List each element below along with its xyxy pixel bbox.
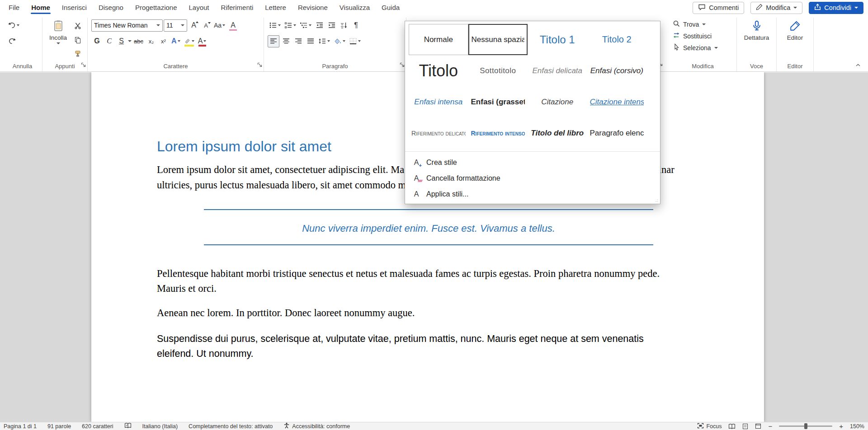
shrink-font-button[interactable]: A [200,19,212,32]
zoom-slider-thumb[interactable] [804,423,807,429]
create-style-menu-item[interactable]: A Crea stile [405,154,660,170]
word-count[interactable]: 91 parole [47,423,71,430]
shading-button[interactable] [332,35,347,47]
style-riferimento-delicato[interactable]: Riferimento delicato [409,117,468,149]
highlight-color-button[interactable] [183,35,196,47]
accessibility-person-icon [283,422,290,430]
style-titolo-1[interactable]: Titolo 1 [528,24,587,55]
align-center-button[interactable] [280,35,292,47]
align-right-button[interactable] [292,35,304,47]
style-titolo[interactable]: Titolo [409,55,468,86]
grow-font-button[interactable]: A [188,19,199,32]
zoom-in-button[interactable]: + [839,423,843,430]
zoom-out-button[interactable]: − [768,423,772,430]
replace-button[interactable]: Sostituisci [673,30,733,42]
collapse-ribbon-button[interactable] [855,61,861,68]
bold-button[interactable]: G [91,35,103,47]
numbering-button[interactable] [283,19,297,32]
page-indicator[interactable]: Pagina 1 di 1 [4,423,37,430]
menu-tab-layout[interactable]: Layout [183,0,215,15]
copy-button[interactable] [72,33,83,46]
focus-mode-button[interactable]: Focus [697,423,722,430]
sort-button[interactable] [338,19,349,32]
zoom-level[interactable]: 150% [850,423,864,430]
menu-tab-riferimenti[interactable]: Riferimenti [215,0,259,15]
paragrafo-dialog-launcher[interactable] [400,61,405,69]
dictate-button[interactable]: Dettatura [741,19,773,42]
font-color-button[interactable]: A [197,35,208,47]
menu-tab-guida[interactable]: Guida [376,0,406,15]
style-enfasi-delicata[interactable]: Enfasi delicata [528,55,587,86]
cut-button[interactable] [72,19,83,32]
style-enfasi-corsivo[interactable]: Enfasi (corsivo) [587,55,647,86]
proofing-status[interactable] [124,422,132,430]
change-case-button[interactable]: Aa [212,19,226,32]
group-label-annulla: Annulla [6,63,38,71]
comments-button[interactable]: Commenti [693,2,744,14]
appunti-dialog-launcher[interactable] [81,61,86,69]
justify-button[interactable] [305,35,316,47]
menu-tab-inserisci[interactable]: Inserisci [56,0,93,15]
superscript-button[interactable]: x² [158,35,169,47]
share-button[interactable]: Condividi [809,2,863,14]
read-mode-button[interactable] [728,423,736,430]
language-indicator[interactable]: Italiano (Italia) [142,423,178,430]
menu-tab-home[interactable]: Home [25,0,56,15]
decrease-indent-button[interactable] [314,19,325,32]
format-painter-button[interactable] [72,47,83,60]
resize-grip[interactable]: .: [656,198,659,203]
style-citazione[interactable]: Citazione [528,86,587,117]
strikethrough-button[interactable]: abc [132,35,145,47]
style-titolo-2[interactable]: Titolo 2 [587,24,647,55]
highlight-color-bar [184,45,194,47]
apply-styles-menu-item[interactable]: A Applica stili... [405,186,660,202]
group-label-appunti: Appunti [46,63,84,71]
eraser-icon [229,29,237,31]
style-paragrafo-elenco[interactable]: Paragrafo elenco [587,117,647,149]
show-formatting-marks-button[interactable]: ¶ [350,19,362,32]
paste-button[interactable]: Incolla [46,19,70,60]
web-layout-button[interactable] [755,423,761,429]
underline-button[interactable]: S [116,35,127,47]
style-enfasi-intensa[interactable]: Enfasi intensa [409,86,468,117]
menu-tab-disegno[interactable]: Disegno [93,0,129,15]
undo-button[interactable] [6,19,21,32]
clear-formatting-button[interactable]: A [227,19,239,32]
menu-tab-visualizza[interactable]: Visualizza [334,0,376,15]
multilevel-list-button[interactable] [298,19,313,32]
select-button[interactable]: Seleziona [673,42,733,53]
menu-tab-file[interactable]: File [3,0,25,15]
style-sottotitolo[interactable]: Sottotitolo [468,55,528,86]
editing-mode-button[interactable]: Modifica [750,2,802,14]
borders-button[interactable] [348,35,362,47]
zoom-slider[interactable] [779,425,832,427]
subscript-button[interactable]: x₂ [146,35,157,47]
text-effects-button[interactable]: A [170,35,182,47]
line-spacing-button[interactable] [317,35,331,47]
menu-tab-progettazione[interactable]: Progettazione [129,0,183,15]
editor-button[interactable]: Editor [784,19,806,42]
redo-button[interactable] [6,35,18,47]
style-enfasi-grassetto[interactable]: Enfasi (grassetto) [468,86,528,117]
style-nessuna-spaziatura[interactable]: Nessuna spaziatura [468,24,528,55]
font-name-combobox[interactable]: Times New Roman [91,19,163,32]
italic-button[interactable]: C [104,35,115,47]
character-count[interactable]: 620 caratteri [82,423,113,430]
text-prediction-status[interactable]: Completamento del testo: attivato [189,423,273,430]
print-layout-button[interactable] [742,423,748,430]
bullets-button[interactable] [268,19,282,32]
style-citazione-intensa[interactable]: Citazione intensa [587,86,647,117]
align-left-button[interactable] [268,35,279,47]
style-titolo-del-libro[interactable]: Titolo del libro [528,117,587,149]
carattere-dialog-launcher[interactable] [257,61,262,69]
style-normale[interactable]: Normale [409,24,468,55]
clear-formatting-menu-item[interactable]: A Cancella formattazione [405,170,660,186]
style-riferimento-intenso[interactable]: Riferimento intenso [468,117,528,149]
chevron-down-icon[interactable] [128,40,132,42]
increase-indent-button[interactable] [326,19,337,32]
accessibility-status[interactable]: Accessibilità: conforme [283,422,350,430]
font-size-combobox[interactable]: 11 [164,19,187,32]
menu-tab-lettere[interactable]: Lettere [259,0,292,15]
menu-tab-revisione[interactable]: Revisione [292,0,334,15]
find-button[interactable]: Trova [673,19,733,30]
